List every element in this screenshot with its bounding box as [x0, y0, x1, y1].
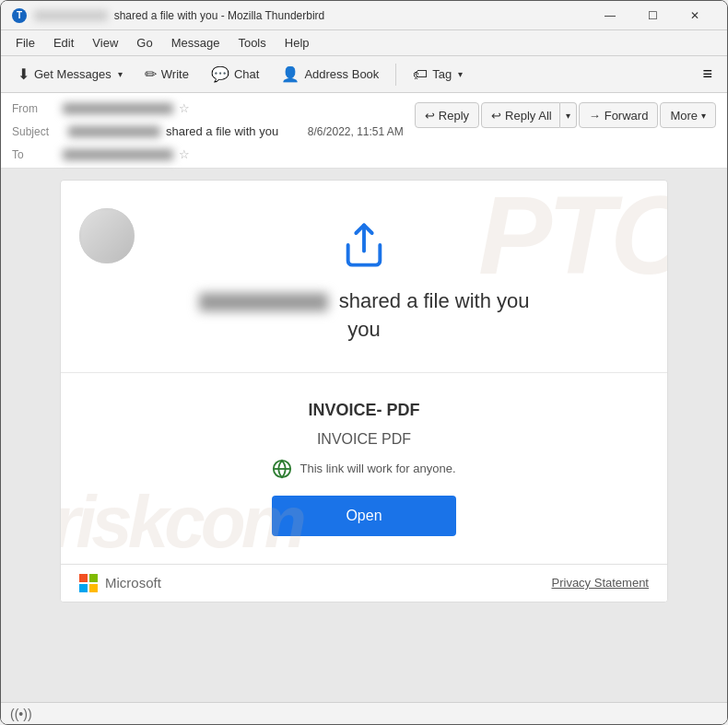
reply-all-dropdown-button[interactable]: ▾ [560, 102, 577, 128]
to-label: To [12, 148, 63, 161]
more-chevron-icon: ▾ [701, 111, 706, 121]
write-icon: ✏ [145, 65, 157, 83]
chat-icon: 💬 [211, 65, 229, 83]
tag-dropdown-icon[interactable]: ▾ [458, 69, 463, 79]
status-icon: ((•)) [10, 707, 32, 721]
window-controls: — ☐ ✕ [589, 1, 716, 30]
menu-file[interactable]: File [8, 34, 42, 52]
open-button[interactable]: Open [272, 496, 456, 536]
subject-sender-blurred [68, 126, 160, 137]
chat-button[interactable]: 💬 Chat [202, 61, 268, 88]
privacy-statement-link[interactable]: Privacy Statement [552, 576, 650, 590]
maximize-button[interactable]: ☐ [631, 1, 674, 30]
get-messages-icon: ⬇ [18, 65, 29, 83]
status-bar: ((•)) [1, 702, 727, 724]
forward-icon: → [589, 109, 601, 123]
tag-button[interactable]: 🏷 Tag ▾ [404, 61, 472, 88]
get-messages-dropdown-icon[interactable]: ▾ [118, 69, 123, 79]
file-name-large: INVOICE- PDF [308, 401, 419, 420]
email-timestamp: 8/6/2022, 11:51 AM [308, 125, 404, 138]
sender-name-blurred [199, 293, 328, 311]
email-card: PTC riskcom [60, 180, 668, 602]
menu-message[interactable]: Message [164, 34, 228, 52]
microsoft-logo: Microsoft [79, 574, 161, 592]
sender-avatar [79, 208, 135, 263]
share-icon-wrap [336, 217, 392, 273]
sender-email-title [34, 10, 108, 21]
reply-all-icon: ↩ [491, 109, 501, 123]
menu-bar: File Edit View Go Message Tools Help [1, 30, 727, 56]
card-top: shared a file with you you [61, 181, 667, 373]
from-star-icon[interactable]: ☆ [179, 101, 190, 115]
subject-label: Subject [12, 125, 63, 138]
ms-grid-icon [79, 574, 98, 592]
ms-grid-cell-1 [79, 574, 88, 582]
microsoft-text: Microsoft [105, 575, 161, 591]
reply-icon: ↩ [425, 109, 435, 123]
link-notice: This link will work for anyone. [272, 459, 455, 479]
reply-button[interactable]: ↩ Reply [415, 102, 479, 128]
share-icon [340, 221, 388, 269]
ms-grid-cell-3 [79, 584, 88, 592]
address-book-icon: 👤 [281, 65, 299, 83]
main-window: T shared a file with you - Mozilla Thund… [0, 0, 728, 725]
tag-icon: 🏷 [413, 66, 428, 83]
to-email-value [63, 149, 173, 160]
email-content: PTC riskcom [1, 169, 727, 702]
to-field: To ☆ [12, 145, 190, 164]
card-heading: shared a file with you you [88, 287, 640, 345]
ms-grid-cell-4 [89, 584, 98, 592]
file-name-sub: INVOICE PDF [317, 431, 411, 448]
title-bar: T shared a file with you - Mozilla Thund… [1, 1, 727, 30]
ms-grid-cell-2 [89, 574, 98, 582]
close-button[interactable]: ✕ [674, 1, 716, 30]
hamburger-menu-button[interactable]: ≡ [695, 61, 720, 88]
menu-help[interactable]: Help [277, 34, 317, 52]
toolbar-divider [395, 64, 396, 86]
menu-tools[interactable]: Tools [230, 34, 273, 52]
address-book-button[interactable]: 👤 Address Book [272, 61, 388, 88]
more-button[interactable]: More ▾ [660, 102, 716, 128]
reply-all-chevron-icon: ▾ [566, 111, 570, 121]
reply-all-group: ↩ Reply All ▾ [481, 102, 577, 128]
email-card-inner: PTC riskcom [61, 181, 667, 602]
from-field: From ☆ [12, 99, 190, 118]
menu-view[interactable]: View [85, 34, 125, 52]
get-messages-button[interactable]: ⬇ Get Messages ▾ [8, 61, 132, 88]
email-action-bar: From ☆ Subject shared a file with you 8/… [1, 93, 727, 169]
app-icon: T [12, 8, 27, 23]
subject-field: Subject shared a file with you 8/6/2022,… [12, 122, 404, 141]
reply-all-button[interactable]: ↩ Reply All [481, 102, 560, 128]
from-email-value [63, 103, 173, 114]
card-bottom: INVOICE- PDF INVOICE PDF This link will … [61, 373, 667, 564]
toolbar: ⬇ Get Messages ▾ ✏ Write 💬 Chat 👤 Addres… [1, 56, 727, 93]
from-label: From [12, 102, 63, 115]
avatar-image [79, 208, 135, 263]
write-button[interactable]: ✏ Write [135, 61, 198, 88]
menu-edit[interactable]: Edit [46, 34, 81, 52]
action-buttons: ↩ Reply ↩ Reply All ▾ → Forward More ▾ [415, 102, 716, 128]
forward-button[interactable]: → Forward [579, 102, 659, 128]
minimize-button[interactable]: — [589, 1, 631, 30]
subject-text: shared a file with you [166, 124, 278, 138]
to-star-icon[interactable]: ☆ [179, 147, 190, 161]
email-footer: Microsoft Privacy Statement [61, 564, 667, 602]
menu-go[interactable]: Go [129, 34, 159, 52]
globe-icon [272, 459, 292, 479]
window-title: shared a file with you - Mozilla Thunder… [34, 9, 589, 22]
